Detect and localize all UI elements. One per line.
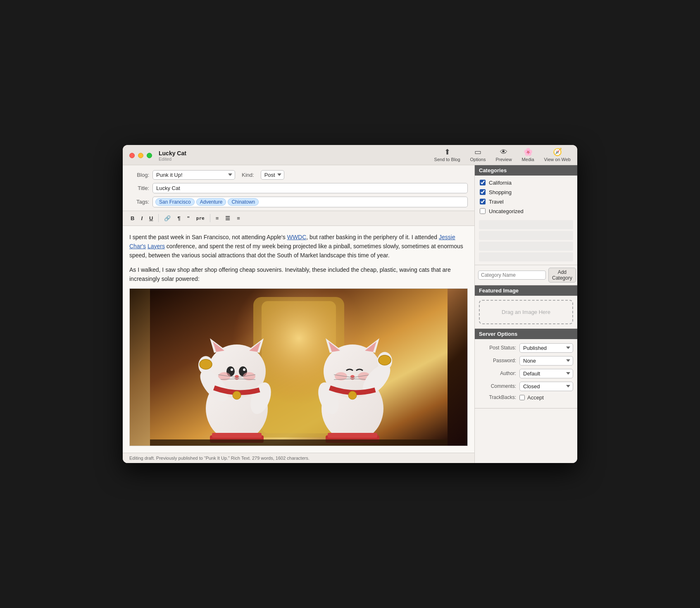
author-select[interactable]: Default bbox=[519, 369, 573, 378]
tag-adventure[interactable]: Adventure bbox=[196, 198, 226, 206]
tags-label: Tags: bbox=[129, 199, 149, 205]
italic-button[interactable]: I bbox=[138, 214, 145, 223]
svg-point-25 bbox=[200, 359, 212, 369]
featured-image-section: Featured Image Drag an Image Here bbox=[475, 285, 577, 329]
options-button[interactable]: ▭ Options bbox=[470, 148, 486, 162]
author-label: Author: bbox=[479, 370, 516, 376]
tags-container[interactable]: San Francisco Adventure Chinatown bbox=[152, 197, 468, 207]
category-shopping-label: Shopping bbox=[489, 189, 512, 195]
align-center-button[interactable]: ☰ bbox=[222, 214, 233, 223]
title-input[interactable] bbox=[152, 183, 468, 193]
post-status-label: Post Status: bbox=[479, 345, 516, 351]
trackbacks-accept-checkbox[interactable] bbox=[519, 395, 525, 400]
align-left-button[interactable]: ≡ bbox=[213, 214, 222, 223]
categories-header: Categories bbox=[475, 165, 577, 176]
wwdc-link[interactable]: WWDC bbox=[287, 234, 307, 240]
comments-row: Comments: Closed bbox=[479, 382, 573, 391]
post-status-select[interactable]: Published bbox=[519, 343, 573, 353]
blockquote-button[interactable]: " bbox=[184, 214, 193, 223]
author-row: Author: Default bbox=[479, 369, 573, 378]
server-options-section: Server Options Post Status: Published Pa… bbox=[475, 329, 577, 408]
editor-content[interactable]: I spent the past week in San Francisco, … bbox=[123, 226, 474, 453]
svg-point-44 bbox=[348, 391, 357, 399]
view-on-web-icon: 🧭 bbox=[553, 148, 562, 156]
category-uncategorized-label: Uncategorized bbox=[489, 208, 524, 214]
status-bar: Editing draft. Previously published to “… bbox=[123, 453, 474, 463]
view-on-web-button[interactable]: 🧭 View on Web bbox=[544, 148, 571, 162]
category-shopping[interactable]: Shopping bbox=[479, 188, 573, 197]
traffic-lights bbox=[129, 153, 152, 158]
categories-section: Categories California Shopping Travel bbox=[475, 165, 577, 285]
category-california[interactable]: California bbox=[479, 178, 573, 188]
toolbar: ⬆ Send to Blog ▭ Options 👁 Preview 🌸 Med… bbox=[434, 148, 571, 162]
blog-label: Blog: bbox=[129, 172, 149, 178]
featured-image-content: Drag an Image Here bbox=[475, 296, 577, 328]
close-button[interactable] bbox=[129, 153, 135, 158]
lucky-cat-svg bbox=[150, 289, 448, 446]
link-button[interactable]: 🔗 bbox=[161, 214, 174, 223]
image-drop-zone[interactable]: Drag an Image Here bbox=[479, 300, 573, 324]
blog-select[interactable]: Punk it Up! bbox=[152, 170, 235, 180]
fullscreen-button[interactable] bbox=[147, 153, 152, 158]
svg-point-16 bbox=[235, 375, 239, 378]
main-area: Blog: Punk it Up! Kind: Post Title: bbox=[123, 165, 577, 463]
svg-rect-27 bbox=[212, 433, 262, 438]
empty-row-1 bbox=[479, 220, 573, 229]
media-button[interactable]: 🌸 Media bbox=[522, 148, 534, 162]
empty-row-3 bbox=[479, 242, 573, 251]
form-fields: Blog: Punk it Up! Kind: Post Title: bbox=[123, 165, 474, 211]
options-icon: ▭ bbox=[474, 148, 481, 156]
trackbacks-label: TrackBacks: bbox=[479, 394, 516, 400]
kind-select[interactable]: Post bbox=[261, 170, 284, 180]
window-title-name: Lucky Cat bbox=[159, 150, 186, 157]
category-shopping-checkbox[interactable] bbox=[480, 189, 486, 195]
category-name-input[interactable] bbox=[478, 271, 546, 280]
add-category-button[interactable]: Add Category bbox=[548, 268, 576, 283]
blog-row: Blog: Punk it Up! Kind: Post bbox=[129, 170, 468, 180]
comments-select[interactable]: Closed bbox=[519, 382, 573, 391]
toolbar-separator-1 bbox=[158, 214, 159, 222]
featured-image-header: Featured Image bbox=[475, 285, 577, 296]
align-right-button[interactable]: ≡ bbox=[234, 214, 243, 223]
category-travel-checkbox[interactable] bbox=[480, 199, 486, 204]
preformat-button[interactable]: pre bbox=[193, 214, 207, 223]
empty-category-rows bbox=[475, 218, 577, 265]
tag-chinatown[interactable]: Chinatown bbox=[228, 198, 259, 206]
svg-point-45 bbox=[379, 355, 391, 365]
status-text: Editing draft. Previously published to “… bbox=[129, 456, 310, 461]
send-to-blog-button[interactable]: ⬆ Send to Blog bbox=[434, 148, 460, 162]
tag-san-francisco[interactable]: San Francisco bbox=[155, 198, 195, 206]
title-row: Title: bbox=[129, 183, 468, 193]
underline-button[interactable]: U bbox=[146, 214, 156, 223]
toolbar-separator-2 bbox=[210, 214, 210, 222]
add-category-row: Add Category bbox=[475, 265, 577, 285]
empty-row-4 bbox=[479, 252, 573, 261]
svg-point-13 bbox=[243, 368, 245, 371]
comments-label: Comments: bbox=[479, 383, 516, 389]
send-to-blog-label: Send to Blog bbox=[434, 157, 460, 162]
paragraph-button[interactable]: ¶ bbox=[174, 214, 183, 223]
category-california-checkbox[interactable] bbox=[480, 180, 486, 185]
password-select[interactable]: None bbox=[519, 356, 573, 366]
title-bar: Lucky Cat Edited ⬆ Send to Blog ▭ Option… bbox=[123, 145, 577, 165]
category-uncategorized-checkbox[interactable] bbox=[480, 208, 486, 214]
category-california-label: California bbox=[489, 180, 512, 186]
server-options-header: Server Options bbox=[475, 329, 577, 339]
category-uncategorized[interactable]: Uncategorized bbox=[479, 207, 573, 216]
empty-row-2 bbox=[479, 231, 573, 240]
category-travel[interactable]: Travel bbox=[479, 197, 573, 207]
svg-rect-47 bbox=[328, 433, 377, 438]
bold-button[interactable]: B bbox=[128, 214, 137, 223]
layers-link[interactable]: Layers bbox=[148, 243, 165, 249]
preview-button[interactable]: 👁 Preview bbox=[495, 148, 512, 162]
preview-icon: 👁 bbox=[500, 148, 507, 156]
post-status-row: Post Status: Published bbox=[479, 343, 573, 353]
svg-point-24 bbox=[233, 391, 241, 399]
category-travel-label: Travel bbox=[489, 199, 504, 205]
accept-label: Accept bbox=[527, 394, 544, 401]
minimize-button[interactable] bbox=[138, 153, 143, 158]
app-window: Lucky Cat Edited ⬆ Send to Blog ▭ Option… bbox=[123, 145, 577, 463]
window-title-subtitle: Edited bbox=[159, 157, 186, 162]
password-label: Password: bbox=[479, 358, 516, 363]
server-options-content: Post Status: Published Password: None Au… bbox=[475, 339, 577, 408]
